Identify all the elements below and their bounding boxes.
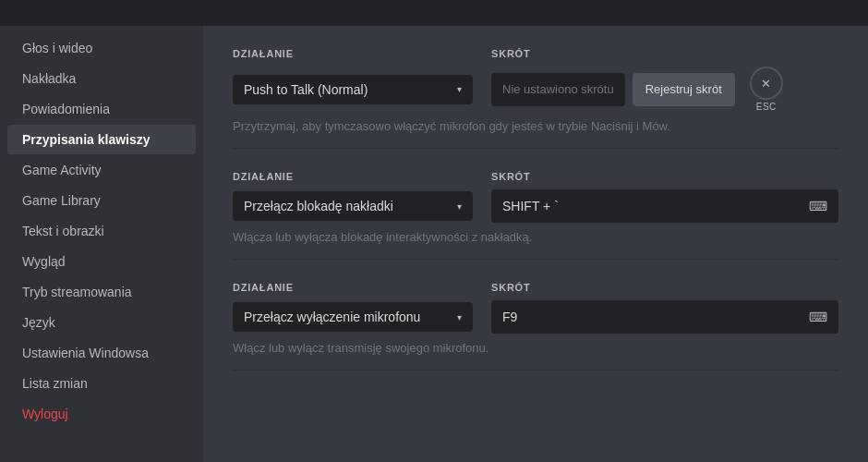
esc-button-wrap-1: ✕ESC [750,67,783,112]
action-column-label-2: DZIAŁANIE [233,171,473,182]
minimize-button[interactable] [805,6,818,19]
keyboard-icon-2: ⌨ [809,199,827,213]
keyboard-icon-3: ⌨ [809,310,827,324]
keybind-header-2: DZIAŁANIESKRÓT [233,171,838,182]
shortcut-not-set-1: Nie ustawiono skrótu [491,73,625,106]
shortcut-area-2: SHIFT + `⌨ [491,189,838,223]
sidebar-item-glos-i-wideo[interactable]: Głos i wideo [7,33,196,63]
keybind-description-3: Włącz lub wyłącz transmisję swojego mikr… [233,341,838,371]
sidebar-item-nakladka[interactable]: Nakładka [7,64,196,93]
action-select-3[interactable]: Przełącz wyłączenie mikrofonu▾ [233,302,473,332]
register-shortcut-button-1[interactable]: Rejestruj skrót [633,73,735,106]
keybind-block-2: DZIAŁANIESKRÓTPrzełącz blokadę nakładki▾… [233,171,838,260]
sidebar-item-tryb-streamowania[interactable]: Tryb streamowania [7,277,196,307]
chevron-down-icon-2: ▾ [457,201,462,212]
sidebar-item-ustawienia-windowsa[interactable]: Ustawienia Windowsa [7,338,196,368]
content-area: DZIAŁANIESKRÓTPush to Talk (Normal)▾Nie … [203,26,868,462]
chevron-down-icon-3: ▾ [457,312,462,322]
keybind-header-1: DZIAŁANIESKRÓT [233,48,838,59]
keybind-description-2: Włącza lub wyłącza blokadę interaktywnoś… [233,230,838,260]
sidebar-item-wyglad[interactable]: Wygląd [7,247,196,276]
maximize-button[interactable] [826,6,838,19]
esc-button-1[interactable]: ✕ [750,67,783,100]
action-select-2[interactable]: Przełącz blokadę nakładki▾ [233,191,473,221]
title-bar-controls [805,6,859,19]
keybind-row-3: Przełącz wyłączenie mikrofonu▾F9⌨ [233,300,838,334]
sidebar-item-jezyk[interactable]: Język [7,308,196,337]
sidebar-item-powiadomienia[interactable]: Powiadomienia [7,94,196,124]
action-select-text-3: Przełącz wyłączenie mikrofonu [244,310,420,324]
shortcut-text-2: SHIFT + ` [502,199,559,213]
title-bar [0,0,868,26]
shortcut-area-1: Nie ustawiono skrótuRejestruj skrót✕ESC [491,67,838,112]
shortcut-column-label-1: SKRÓT [491,48,838,59]
shortcut-text-3: F9 [502,310,517,324]
action-select-text-1: Push to Talk (Normal) [244,82,368,97]
sidebar-item-game-activity[interactable]: Game Activity [7,155,196,185]
chevron-down-icon-1: ▾ [457,84,462,94]
sidebar-item-lista-zmian[interactable]: Lista zmian [7,369,196,398]
main-layout: Głos i wideoNakładkaPowiadomieniaPrzypis… [0,26,868,462]
keybind-row-2: Przełącz blokadę nakładki▾SHIFT + `⌨ [233,189,838,223]
action-select-text-2: Przełącz blokadę nakładki [244,199,393,213]
sidebar-item-tekst-i-obrazki[interactable]: Tekst i obrazki [7,216,196,246]
sidebar-item-wyloguj[interactable]: Wyloguj [7,399,196,429]
shortcut-column-label-3: SKRÓT [491,282,838,293]
action-column-label-1: DZIAŁANIE [233,48,473,59]
keybind-header-3: DZIAŁANIESKRÓT [233,282,838,293]
keybind-block-3: DZIAŁANIESKRÓTPrzełącz wyłączenie mikrof… [233,282,838,371]
action-select-1[interactable]: Push to Talk (Normal)▾ [233,75,473,104]
close-button[interactable] [846,6,859,19]
shortcut-column-label-2: SKRÓT [491,171,838,182]
action-column-label-3: DZIAŁANIE [233,282,473,293]
shortcut-area-3: F9⌨ [491,300,838,334]
keybind-description-1: Przytrzymaj, aby tymczasowo włączyć mikr… [233,119,838,149]
keybind-row-1: Push to Talk (Normal)▾Nie ustawiono skró… [233,67,838,112]
keybind-block-1: DZIAŁANIESKRÓTPush to Talk (Normal)▾Nie … [233,48,838,149]
sidebar: Głos i wideoNakładkaPowiadomieniaPrzypis… [0,26,203,462]
shortcut-box-2[interactable]: SHIFT + `⌨ [491,189,838,223]
esc-label-1: ESC [756,102,777,112]
sidebar-item-przypisania-klawiszy[interactable]: Przypisania klawiszy [7,125,196,154]
shortcut-box-3[interactable]: F9⌨ [491,300,838,334]
sidebar-item-game-library[interactable]: Game Library [7,186,196,215]
